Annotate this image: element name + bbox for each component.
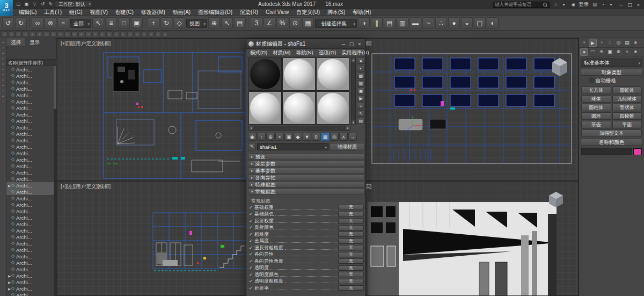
schematic-view-icon[interactable]: ∴ [435, 17, 447, 29]
me-menu-item[interactable]: 模式(D) [247, 49, 270, 56]
toolbar2-icon[interactable]: ▫ [155, 31, 161, 37]
map-enable-checkbox[interactable] [249, 225, 254, 230]
rollout-header[interactable]: 基本参数 [248, 168, 365, 174]
primitive-button[interactable]: 茶壶 [581, 121, 611, 128]
workspace-selector[interactable]: 工作区: 默认 [55, 1, 92, 8]
rotate-icon[interactable]: ↻ [160, 17, 172, 29]
use-center-icon[interactable]: ⊕ [208, 17, 220, 29]
me-menu-item[interactable]: 选项(O) [316, 49, 339, 56]
explorer-row[interactable]: Archi... [6, 131, 54, 137]
map-enable-checkbox[interactable] [249, 232, 254, 237]
angle-snap-icon[interactable]: ∠ [264, 17, 275, 29]
get-material-icon[interactable]: ◉ [248, 133, 257, 141]
reset-material-icon[interactable]: × [275, 133, 284, 141]
expand-arrow-icon[interactable]: ▶ [8, 287, 11, 291]
select-object-icon[interactable]: ↖ [92, 17, 104, 29]
minimize-button[interactable]: ─ [617, 2, 625, 8]
reference-coordinate-combo[interactable]: 视图 [186, 19, 207, 28]
map-enable-checkbox[interactable] [249, 259, 254, 264]
toolbar2-icon[interactable]: ▪ [36, 31, 42, 37]
map-enable-checkbox[interactable] [249, 239, 254, 243]
menu-item[interactable]: 图形编辑器(D) [194, 9, 236, 16]
sample-uv-tiling-icon[interactable]: ▦ [357, 80, 365, 86]
search-icon[interactable] [543, 3, 547, 7]
sort-header[interactable]: 名称(按升序排序) [6, 59, 57, 66]
undo-icon[interactable]: ↺ [2, 17, 14, 29]
dock-toolbar-icon[interactable]: ▫ [2, 68, 3, 71]
selection-filter-combo[interactable]: 全部 [70, 19, 91, 28]
rendered-frame-icon[interactable]: ▢ [474, 17, 486, 29]
spinner-snap-icon[interactable]: ⊙ [289, 17, 301, 29]
dock-toolbar-icon[interactable]: ▪ [2, 52, 3, 55]
favorites-icon[interactable]: ☆ [552, 2, 559, 8]
explorer-row[interactable]: Archi... [6, 156, 54, 163]
toolbar2-icon[interactable]: ▫ [57, 31, 63, 37]
explorer-row[interactable]: Archi... [6, 227, 54, 234]
dock-toolbar-icon[interactable]: ▪ [2, 84, 3, 87]
menu-item[interactable]: 视图(V) [86, 9, 112, 16]
explorer-row[interactable]: Archi... [6, 259, 54, 266]
explorer-row[interactable]: Archi... [6, 221, 54, 227]
scroll-right-icon[interactable]: ▸ [346, 126, 350, 130]
create-tab-icon[interactable]: ▶ [589, 39, 597, 47]
material-editor-icon[interactable]: ● [448, 17, 460, 29]
toolbar2-icon[interactable]: ▫ [134, 31, 140, 37]
explorer-row[interactable]: Archi... [6, 169, 54, 176]
explorer-row[interactable]: Archi... [6, 111, 54, 118]
toolbar2-icon[interactable]: ▫ [92, 31, 98, 37]
explorer-row[interactable]: Archi... [6, 73, 54, 79]
scroll-up-icon[interactable]: ▴ [352, 58, 355, 62]
explorer-row[interactable]: Archi... [6, 234, 54, 240]
explorer-tab[interactable]: 选择 [6, 38, 25, 46]
primitive-button[interactable]: 球体 [581, 95, 611, 103]
toolbar2-icon[interactable]: ▪ [71, 31, 77, 37]
autogrid-checkbox[interactable] [589, 78, 594, 83]
explorer-row[interactable]: Archi... [6, 240, 54, 247]
dock-toolbar-icon[interactable]: ▫ [2, 57, 3, 60]
menu-item[interactable]: 脚本(S) [324, 9, 349, 16]
primitive-button[interactable]: 圆锥体 [612, 86, 642, 94]
keyboard-override-icon[interactable]: ▤ [234, 17, 246, 29]
map-none-button[interactable]: 无 [338, 232, 364, 237]
menu-item[interactable]: 编辑(E) [15, 9, 40, 16]
map-none-button[interactable]: 无 [338, 225, 364, 230]
explorer-row[interactable]: ▶ Archi... [6, 285, 54, 292]
primitive-button[interactable]: 管状体 [612, 104, 642, 111]
map-none-button[interactable]: 无 [338, 265, 364, 271]
modify-tab-icon[interactable]: ◔ [597, 39, 605, 47]
menu-item[interactable]: 创建(C) [112, 9, 137, 16]
toolbar2-icon[interactable]: ▪ [30, 31, 35, 37]
helpers-category-icon[interactable]: ⊕ [614, 48, 623, 56]
explorer-row[interactable]: Archi... [6, 208, 54, 214]
explorer-row[interactable]: ▶ Archi... [6, 182, 54, 189]
expand-arrow-icon[interactable]: ▶ [8, 280, 11, 284]
layer-explorer-icon[interactable]: ▥ [397, 17, 408, 29]
menu-item[interactable]: 修改器(M) [137, 9, 169, 16]
explorer-row[interactable]: Archi... [6, 66, 54, 73]
scale-icon[interactable]: ◇ [173, 17, 185, 29]
map-enable-checkbox[interactable] [249, 205, 254, 210]
explorer-row[interactable]: ▶ Archi... [6, 279, 54, 285]
expand-arrow-icon[interactable]: ▶ [8, 184, 11, 187]
show-end-result-icon[interactable]: ◎ [330, 133, 339, 141]
map-none-button[interactable]: 无 [338, 212, 364, 217]
me-maximize-button[interactable]: ▢ [348, 41, 355, 47]
rollout-header[interactable]: 各向异性 [248, 175, 365, 181]
me-close-button[interactable]: × [356, 41, 363, 47]
edit-named-sets-icon[interactable]: ▦ [302, 17, 314, 29]
close-button[interactable]: × [634, 2, 642, 8]
select-and-link-icon[interactable]: ∞ [32, 17, 43, 29]
move-icon[interactable]: + [148, 17, 159, 29]
slots-horizontal-scrollbar[interactable]: ◂ ▸ [248, 126, 350, 131]
material-sample-slot[interactable] [316, 57, 349, 91]
dock-toolbar-icon[interactable]: ▪ [2, 95, 3, 98]
menu-item[interactable]: 渲染(R) [236, 9, 262, 16]
sign-in[interactable]: ◉ 登录 [570, 1, 589, 8]
toolbar2-icon[interactable]: ▫ [99, 31, 105, 37]
material-navigator-icon[interactable]: ▤ [357, 118, 365, 124]
max-logo[interactable]: 3MAX [0, 0, 13, 16]
explorer-row[interactable]: Archi... [6, 176, 54, 182]
ribbon-toggle-icon[interactable]: ▬ [409, 17, 421, 29]
map-none-button[interactable]: 无 [338, 218, 364, 223]
new-scene-icon[interactable]: ▢ [15, 1, 22, 8]
